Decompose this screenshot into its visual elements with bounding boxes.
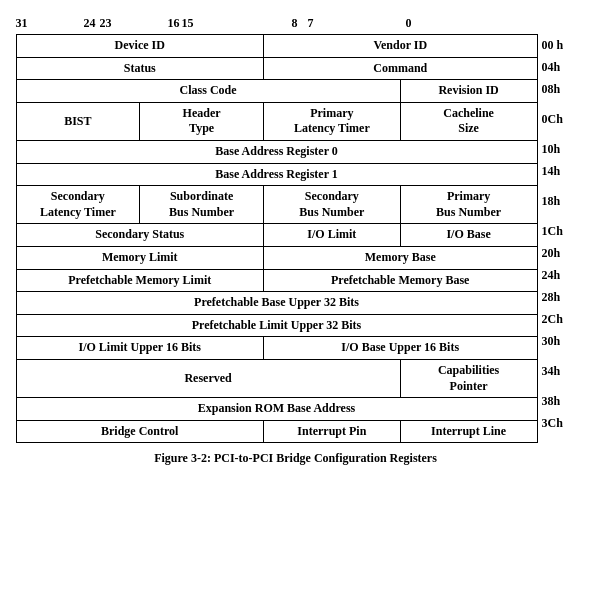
address-label: 34h	[538, 352, 576, 390]
table-cell: Reserved	[16, 359, 400, 397]
table-cell: Prefetchable Limit Upper 32 Bits	[16, 314, 537, 337]
table-cell: Prefetchable Base Upper 32 Bits	[16, 292, 537, 315]
table-cell: Base Address Register 1	[16, 163, 537, 186]
bit-15: 15	[182, 16, 194, 31]
table-cell: Prefetchable Memory Base	[263, 269, 537, 292]
figure-caption: Figure 3-2: PCI-to-PCI Bridge Configurat…	[154, 451, 437, 466]
address-label: 1Ch	[538, 220, 576, 242]
bit-23: 23	[100, 16, 112, 31]
diagram-wrapper: 31 24 23 16 15 8 7 0 Device IDVendor IDS…	[12, 10, 580, 470]
register-block: Device IDVendor IDStatusCommandClass Cod…	[16, 34, 576, 443]
table-cell: CachelineSize	[400, 102, 537, 140]
bit-7: 7	[308, 16, 314, 31]
table-cell: Class Code	[16, 80, 400, 103]
table-cell: Memory Limit	[16, 246, 263, 269]
address-label: 28h	[538, 286, 576, 308]
address-label: 38h	[538, 390, 576, 412]
bit-24: 24	[84, 16, 96, 31]
bit-8: 8	[292, 16, 298, 31]
bit-31: 31	[16, 16, 28, 31]
table-cell: Status	[16, 57, 263, 80]
table-cell: CapabilitiesPointer	[400, 359, 537, 397]
address-label: 0Ch	[538, 100, 576, 138]
address-label: 20h	[538, 242, 576, 264]
table-cell: SecondaryLatency Timer	[16, 186, 140, 224]
address-column: 00 h04h08h0Ch10h14h18h1Ch20h24h28h2Ch30h…	[538, 34, 576, 443]
address-label: 30h	[538, 330, 576, 352]
table-cell: SecondaryBus Number	[263, 186, 400, 224]
table-cell: Interrupt Line	[400, 420, 537, 443]
address-label: 18h	[538, 182, 576, 220]
table-cell: Interrupt Pin	[263, 420, 400, 443]
address-label: 10h	[538, 138, 576, 160]
address-label: 08h	[538, 78, 576, 100]
address-label: 24h	[538, 264, 576, 286]
table-cell: Bridge Control	[16, 420, 263, 443]
table-cell: Secondary Status	[16, 224, 263, 247]
bit-16: 16	[168, 16, 180, 31]
address-label: 14h	[538, 160, 576, 182]
table-cell: I/O Limit Upper 16 Bits	[16, 337, 263, 360]
address-label: 3Ch	[538, 412, 576, 434]
table-cell: BIST	[16, 102, 140, 140]
table-cell: I/O Limit	[263, 224, 400, 247]
table-cell: Prefetchable Memory Limit	[16, 269, 263, 292]
table-cell: Memory Base	[263, 246, 537, 269]
table-cell: HeaderType	[140, 102, 264, 140]
table-cell: Base Address Register 0	[16, 140, 537, 163]
table-cell: Vendor ID	[263, 35, 537, 58]
table-cell: Command	[263, 57, 537, 80]
table-cell: Revision ID	[400, 80, 537, 103]
table-cell: I/O Base	[400, 224, 537, 247]
bit-0: 0	[406, 16, 412, 31]
address-label: 2Ch	[538, 308, 576, 330]
table-cell: I/O Base Upper 16 Bits	[263, 337, 537, 360]
table-cell: Device ID	[16, 35, 263, 58]
address-label: 00 h	[538, 34, 576, 56]
register-table: Device IDVendor IDStatusCommandClass Cod…	[16, 34, 538, 443]
table-cell: PrimaryLatency Timer	[263, 102, 400, 140]
table-cell: PrimaryBus Number	[400, 186, 537, 224]
table-cell: Expansion ROM Base Address	[16, 398, 537, 421]
address-label: 04h	[538, 56, 576, 78]
table-cell: SubordinateBus Number	[140, 186, 264, 224]
